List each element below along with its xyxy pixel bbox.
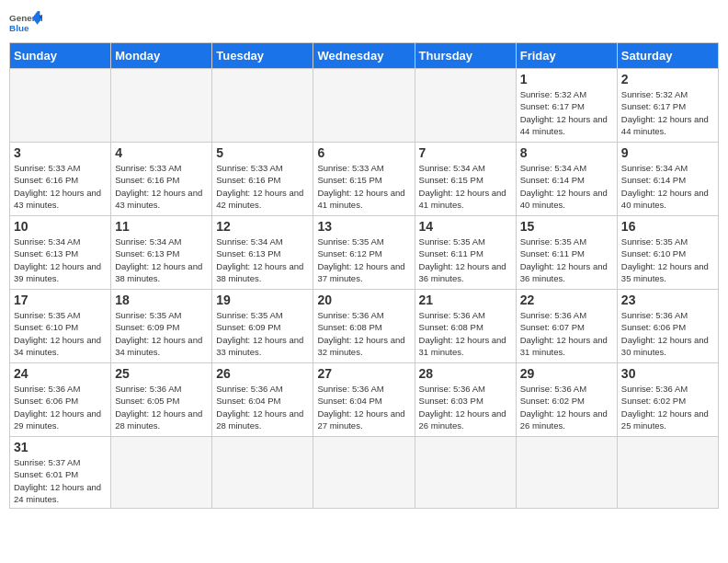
calendar-cell: 15Sunrise: 5:35 AMSunset: 6:11 PMDayligh… — [516, 216, 617, 290]
day-number: 2 — [621, 72, 714, 86]
day-number: 11 — [115, 219, 208, 234]
day-header-monday: Monday — [111, 43, 212, 69]
day-header-wednesday: Wednesday — [313, 43, 415, 69]
calendar-week-1: 1Sunrise: 5:32 AMSunset: 6:17 PMDaylight… — [10, 69, 719, 143]
calendar-cell: 9Sunrise: 5:34 AMSunset: 6:14 PMDaylight… — [617, 143, 718, 216]
sun-info: Sunrise: 5:34 AMSunset: 6:13 PMDaylight:… — [14, 236, 107, 284]
day-number: 19 — [216, 293, 309, 307]
sun-info: Sunrise: 5:32 AMSunset: 6:17 PMDaylight:… — [520, 88, 613, 137]
calendar-cell: 19Sunrise: 5:35 AMSunset: 6:09 PMDayligh… — [212, 290, 313, 363]
day-number: 21 — [419, 293, 512, 307]
calendar-cell: 24Sunrise: 5:36 AMSunset: 6:06 PMDayligh… — [10, 363, 111, 437]
calendar-week-6: 31Sunrise: 5:37 AMSunset: 6:01 PMDayligh… — [10, 437, 719, 509]
calendar-cell: 6Sunrise: 5:33 AMSunset: 6:15 PMDaylight… — [313, 143, 415, 216]
calendar-cell: 16Sunrise: 5:35 AMSunset: 6:10 PMDayligh… — [617, 216, 718, 290]
day-number: 25 — [115, 366, 208, 381]
day-number: 31 — [14, 440, 107, 454]
calendar-cell: 30Sunrise: 5:36 AMSunset: 6:02 PMDayligh… — [617, 363, 718, 437]
calendar-cell — [617, 437, 718, 509]
day-header-thursday: Thursday — [415, 43, 516, 69]
calendar-cell: 10Sunrise: 5:34 AMSunset: 6:13 PMDayligh… — [10, 216, 111, 290]
day-header-sunday: Sunday — [10, 43, 111, 69]
days-header-row: SundayMondayTuesdayWednesdayThursdayFrid… — [10, 43, 719, 69]
calendar-cell: 2Sunrise: 5:32 AMSunset: 6:17 PMDaylight… — [617, 69, 718, 143]
calendar-cell: 29Sunrise: 5:36 AMSunset: 6:02 PMDayligh… — [516, 363, 617, 437]
day-number: 22 — [520, 293, 613, 307]
calendar-cell — [111, 69, 212, 143]
sun-info: Sunrise: 5:35 AMSunset: 6:10 PMDaylight:… — [621, 236, 714, 284]
day-number: 16 — [621, 219, 714, 234]
calendar-cell: 11Sunrise: 5:34 AMSunset: 6:13 PMDayligh… — [111, 216, 212, 290]
sun-info: Sunrise: 5:35 AMSunset: 6:10 PMDaylight:… — [14, 309, 107, 358]
calendar-cell — [212, 437, 313, 509]
calendar-table: SundayMondayTuesdayWednesdayThursdayFrid… — [9, 42, 719, 509]
sun-info: Sunrise: 5:34 AMSunset: 6:15 PMDaylight:… — [419, 162, 512, 211]
sun-info: Sunrise: 5:33 AMSunset: 6:15 PMDaylight:… — [317, 162, 410, 211]
calendar-cell: 18Sunrise: 5:35 AMSunset: 6:09 PMDayligh… — [111, 290, 212, 363]
calendar-cell: 4Sunrise: 5:33 AMSunset: 6:16 PMDaylight… — [111, 143, 212, 216]
day-number: 1 — [520, 72, 613, 86]
sun-info: Sunrise: 5:36 AMSunset: 6:04 PMDaylight:… — [317, 383, 410, 431]
day-number: 18 — [115, 293, 208, 307]
day-number: 9 — [621, 145, 714, 160]
sun-info: Sunrise: 5:36 AMSunset: 6:02 PMDaylight:… — [621, 383, 714, 431]
calendar-cell — [10, 69, 111, 143]
day-number: 26 — [216, 366, 309, 381]
calendar-cell: 17Sunrise: 5:35 AMSunset: 6:10 PMDayligh… — [10, 290, 111, 363]
day-number: 6 — [317, 145, 410, 160]
day-header-friday: Friday — [516, 43, 617, 69]
calendar-cell: 1Sunrise: 5:32 AMSunset: 6:17 PMDaylight… — [516, 69, 617, 143]
calendar-cell: 13Sunrise: 5:35 AMSunset: 6:12 PMDayligh… — [313, 216, 415, 290]
sun-info: Sunrise: 5:37 AMSunset: 6:01 PMDaylight:… — [14, 456, 107, 505]
sun-info: Sunrise: 5:36 AMSunset: 6:08 PMDaylight:… — [419, 309, 512, 358]
logo: General Blue — [9, 9, 42, 35]
logo-icon: General Blue — [9, 9, 42, 35]
calendar-cell: 12Sunrise: 5:34 AMSunset: 6:13 PMDayligh… — [212, 216, 313, 290]
sun-info: Sunrise: 5:36 AMSunset: 6:02 PMDaylight:… — [520, 383, 613, 431]
sun-info: Sunrise: 5:33 AMSunset: 6:16 PMDaylight:… — [115, 162, 208, 211]
day-number: 30 — [621, 366, 714, 381]
sun-info: Sunrise: 5:36 AMSunset: 6:06 PMDaylight:… — [621, 309, 714, 358]
calendar-cell: 28Sunrise: 5:36 AMSunset: 6:03 PMDayligh… — [415, 363, 516, 437]
calendar-cell: 5Sunrise: 5:33 AMSunset: 6:16 PMDaylight… — [212, 143, 313, 216]
calendar-cell — [516, 437, 617, 509]
svg-text:Blue: Blue — [9, 23, 29, 33]
sun-info: Sunrise: 5:36 AMSunset: 6:04 PMDaylight:… — [216, 383, 309, 431]
sun-info: Sunrise: 5:36 AMSunset: 6:08 PMDaylight:… — [317, 309, 410, 358]
day-number: 10 — [14, 219, 107, 234]
sun-info: Sunrise: 5:36 AMSunset: 6:03 PMDaylight:… — [419, 383, 512, 431]
calendar-cell: 26Sunrise: 5:36 AMSunset: 6:04 PMDayligh… — [212, 363, 313, 437]
day-number: 24 — [14, 366, 107, 381]
calendar-cell: 20Sunrise: 5:36 AMSunset: 6:08 PMDayligh… — [313, 290, 415, 363]
calendar-cell — [313, 437, 415, 509]
sun-info: Sunrise: 5:32 AMSunset: 6:17 PMDaylight:… — [621, 88, 714, 137]
day-number: 8 — [520, 145, 613, 160]
sun-info: Sunrise: 5:35 AMSunset: 6:11 PMDaylight:… — [419, 236, 512, 284]
day-number: 14 — [419, 219, 512, 234]
calendar-cell: 8Sunrise: 5:34 AMSunset: 6:14 PMDaylight… — [516, 143, 617, 216]
sun-info: Sunrise: 5:34 AMSunset: 6:14 PMDaylight:… — [520, 162, 613, 211]
day-header-saturday: Saturday — [617, 43, 718, 69]
sun-info: Sunrise: 5:34 AMSunset: 6:13 PMDaylight:… — [115, 236, 208, 284]
day-number: 13 — [317, 219, 410, 234]
sun-info: Sunrise: 5:33 AMSunset: 6:16 PMDaylight:… — [14, 162, 107, 211]
day-number: 20 — [317, 293, 410, 307]
sun-info: Sunrise: 5:35 AMSunset: 6:09 PMDaylight:… — [216, 309, 309, 358]
calendar-week-4: 17Sunrise: 5:35 AMSunset: 6:10 PMDayligh… — [10, 290, 719, 363]
sun-info: Sunrise: 5:36 AMSunset: 6:07 PMDaylight:… — [520, 309, 613, 358]
calendar-week-5: 24Sunrise: 5:36 AMSunset: 6:06 PMDayligh… — [10, 363, 719, 437]
day-number: 23 — [621, 293, 714, 307]
calendar-cell: 7Sunrise: 5:34 AMSunset: 6:15 PMDaylight… — [415, 143, 516, 216]
page-header: General Blue — [9, 9, 719, 35]
day-number: 27 — [317, 366, 410, 381]
day-number: 17 — [14, 293, 107, 307]
calendar-cell: 25Sunrise: 5:36 AMSunset: 6:05 PMDayligh… — [111, 363, 212, 437]
day-number: 29 — [520, 366, 613, 381]
sun-info: Sunrise: 5:35 AMSunset: 6:09 PMDaylight:… — [115, 309, 208, 358]
day-number: 4 — [115, 145, 208, 160]
calendar-cell: 31Sunrise: 5:37 AMSunset: 6:01 PMDayligh… — [10, 437, 111, 509]
calendar-cell — [111, 437, 212, 509]
calendar-cell — [313, 69, 415, 143]
sun-info: Sunrise: 5:33 AMSunset: 6:16 PMDaylight:… — [216, 162, 309, 211]
sun-info: Sunrise: 5:35 AMSunset: 6:11 PMDaylight:… — [520, 236, 613, 284]
